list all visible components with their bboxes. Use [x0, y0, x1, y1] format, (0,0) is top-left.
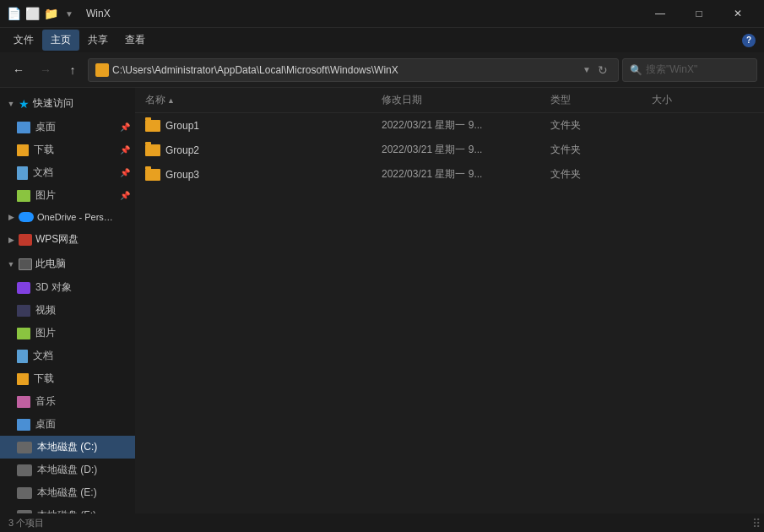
file-type: 文件夹: [550, 118, 652, 133]
pc-icon: [19, 258, 32, 270]
table-row[interactable]: Group1 2022/03/21 星期一 9... 文件夹: [135, 113, 764, 138]
table-row[interactable]: Group3 2022/03/21 星期一 9... 文件夹: [135, 162, 764, 187]
col-type-label: 类型: [550, 93, 571, 107]
folder-icon: [145, 120, 160, 132]
status-bar: 3 个项目 ⠿: [0, 513, 764, 532]
onedrive-label: OneDrive - Persona...: [37, 212, 113, 222]
col-date[interactable]: 修改日期: [382, 93, 550, 107]
table-row[interactable]: Group2 2022/03/21 星期一 9... 文件夹: [135, 138, 764, 162]
col-type[interactable]: 类型: [550, 93, 652, 107]
sidebar-item-desktop-quick[interactable]: 桌面 📌: [0, 116, 135, 138]
title-bar-dropdown[interactable]: ▼: [62, 7, 76, 20]
title-bar: 📄 ⬜ 📁 ▼ WinX — □ ✕: [0, 0, 764, 27]
sidebar-label: 下载: [34, 372, 54, 386]
pin-icon-2: 📌: [120, 145, 130, 155]
3d-icon: [17, 282, 30, 294]
quick-access-star-icon: ★: [19, 97, 30, 111]
sidebar-label: 图片: [35, 188, 56, 203]
sidebar-item-downloads-quick[interactable]: 下载 📌: [0, 138, 135, 161]
sidebar-label: 文档: [33, 166, 53, 180]
search-bar[interactable]: 🔍 搜索"WinX": [622, 58, 757, 82]
main-area: ▼ ★ 快速访问 桌面 📌 下载 📌 文档 📌 图片 📌 ▶ O: [0, 88, 764, 532]
video-icon: [17, 305, 30, 317]
disk-e-icon: [17, 487, 32, 499]
menu-file[interactable]: 文件: [5, 30, 42, 51]
download-icon-2: [17, 373, 29, 385]
col-name[interactable]: 名称 ▲: [145, 93, 382, 107]
column-headers: 名称 ▲ 修改日期 类型 大小: [135, 88, 764, 113]
pin-icon-3: 📌: [120, 168, 130, 177]
music-icon: [17, 396, 30, 408]
sidebar-wps[interactable]: ▶ WPS网盘: [0, 227, 135, 252]
sidebar-this-pc[interactable]: ▼ 此电脑: [0, 252, 135, 276]
address-dropdown-icon[interactable]: ▼: [582, 65, 591, 74]
this-pc-label: 此电脑: [35, 257, 66, 271]
disk-c-icon: [17, 442, 32, 453]
forward-button[interactable]: →: [34, 58, 57, 82]
sidebar-quick-access[interactable]: ▼ ★ 快速访问: [0, 91, 135, 116]
sidebar-item-pics-quick[interactable]: 图片 📌: [0, 184, 135, 207]
maximize-button[interactable]: □: [680, 0, 718, 27]
pin-icon: 📌: [120, 122, 130, 132]
sidebar-item-pics[interactable]: 图片: [0, 322, 135, 345]
file-name: Group2: [165, 144, 199, 156]
file-date: 2022/03/21 星期一 9...: [382, 143, 550, 157]
address-bar[interactable]: C:\Users\Administrator\AppData\Local\Mic…: [88, 58, 619, 82]
address-folder-icon: [95, 63, 109, 77]
menu-view[interactable]: 查看: [116, 30, 154, 51]
quick-access-chevron: ▼: [7, 100, 15, 108]
sidebar-item-downloads[interactable]: 下载: [0, 367, 135, 390]
file-name-cell: Group2: [145, 144, 382, 156]
content-area: 名称 ▲ 修改日期 类型 大小 Group1 2022/03/21 星期一 9.…: [135, 88, 764, 532]
sidebar-onedrive[interactable]: ▶ OneDrive - Persona...: [0, 207, 135, 227]
sidebar-label: 音乐: [35, 394, 56, 409]
col-size[interactable]: 大小: [652, 93, 719, 107]
window-controls: — □ ✕: [641, 0, 757, 27]
sidebar-item-desktop[interactable]: 桌面: [0, 413, 135, 436]
sidebar-item-disk-e[interactable]: 本地磁盘 (E:): [0, 481, 135, 504]
sidebar-item-3d[interactable]: 3D 对象: [0, 276, 135, 299]
download-icon: [17, 144, 29, 156]
folder-icon: [145, 144, 160, 156]
back-button[interactable]: ←: [7, 58, 30, 82]
desktop-icon: [17, 122, 30, 133]
folder-icon: [145, 169, 160, 181]
col-date-label: 修改日期: [382, 93, 422, 107]
col-size-label: 大小: [652, 93, 672, 107]
sidebar-item-docs-quick[interactable]: 文档 📌: [0, 161, 135, 184]
search-placeholder: 搜索"WinX": [646, 62, 697, 77]
title-bar-icons: 📄 ⬜ 📁 ▼: [7, 7, 76, 20]
sidebar-item-disk-c[interactable]: 本地磁盘 (C:): [0, 436, 135, 459]
quick-access-label: 快速访问: [33, 96, 73, 111]
sidebar-item-music[interactable]: 音乐: [0, 390, 135, 413]
menu-bar: 文件 主页 共享 查看 ?: [0, 27, 764, 52]
file-type: 文件夹: [550, 143, 652, 157]
toolbar: ← → ↑ C:\Users\Administrator\AppData\Loc…: [0, 52, 764, 88]
help-icon[interactable]: ?: [742, 34, 756, 47]
sidebar-label: 本地磁盘 (D:): [37, 463, 97, 477]
up-button[interactable]: ↑: [61, 58, 84, 82]
menu-share[interactable]: 共享: [79, 30, 116, 51]
window-title: WinX: [83, 8, 641, 19]
sidebar: ▼ ★ 快速访问 桌面 📌 下载 📌 文档 📌 图片 📌 ▶ O: [0, 88, 135, 532]
sidebar-label: 图片: [35, 326, 56, 340]
sidebar-item-video[interactable]: 视频: [0, 299, 135, 322]
minimize-button[interactable]: —: [641, 0, 680, 27]
sidebar-label: 下载: [34, 143, 54, 157]
file-name: Group3: [165, 169, 199, 181]
col-sort-icon: ▲: [167, 96, 175, 105]
menu-home[interactable]: 主页: [42, 30, 79, 51]
search-icon: 🔍: [630, 64, 642, 76]
close-button[interactable]: ✕: [718, 0, 757, 27]
address-refresh-icon[interactable]: ↻: [594, 62, 611, 79]
doc-icon: [17, 166, 28, 180]
title-bar-icon-3: 📁: [44, 7, 57, 20]
title-bar-icon-1: 📄: [7, 7, 20, 20]
sidebar-label: 桌面: [35, 120, 56, 134]
sidebar-item-disk-d[interactable]: 本地磁盘 (D:): [0, 459, 135, 481]
col-name-label: 名称: [145, 93, 165, 107]
sidebar-item-docs[interactable]: 文档: [0, 345, 135, 367]
desktop-icon-2: [17, 419, 30, 431]
sidebar-label: 本地磁盘 (E:): [37, 486, 97, 500]
sidebar-label: 本地磁盘 (C:): [37, 440, 97, 454]
